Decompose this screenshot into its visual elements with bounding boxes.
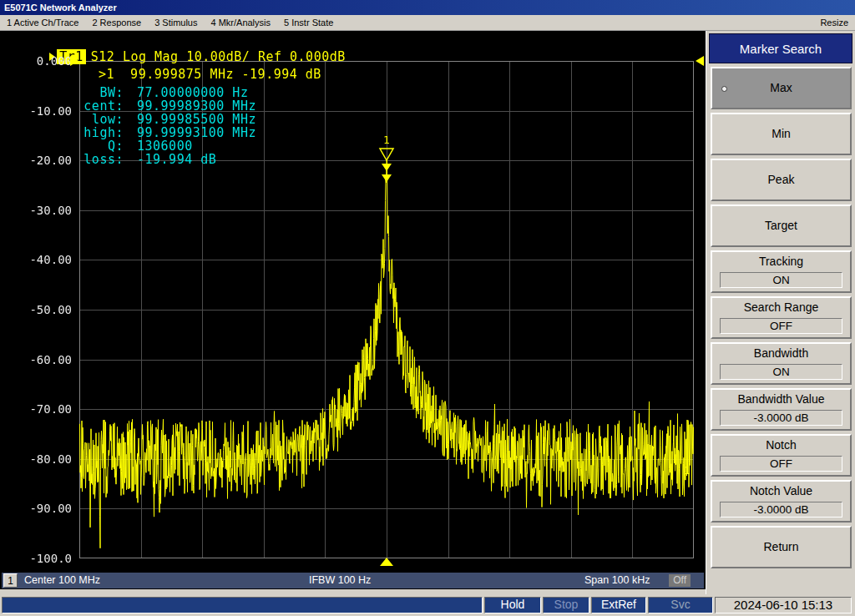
bw-row-label: high: xyxy=(48,126,124,139)
softkey-notch[interactable]: NotchOFF xyxy=(711,434,852,477)
bw-readout-row: low:99.99985500 MHz xyxy=(48,113,256,126)
channel-status-bar: 1 Center 100 MHz IFBW 100 Hz Span 100 kH… xyxy=(2,573,704,588)
softkey-bandwidth-value[interactable]: Bandwidth Value-3.0000 dB xyxy=(711,388,852,431)
softkey-value: -3.0000 dB xyxy=(720,410,842,426)
ref-level-left-arrow-icon xyxy=(70,56,78,66)
bw-row-label: BW: xyxy=(48,86,124,99)
menu-item[interactable]: 1 Active Ch/Trace xyxy=(0,15,85,31)
softkey-label: Return xyxy=(712,528,850,566)
softkey-label: Notch xyxy=(712,436,850,454)
softkey-tracking[interactable]: TrackingON xyxy=(711,250,852,293)
softkey-label: Search Range xyxy=(712,298,850,316)
softkey-value: ON xyxy=(720,364,842,380)
menu-item[interactable]: 4 Mkr/Analysis xyxy=(204,15,277,31)
center-frequency-label: Center 100 MHz xyxy=(24,573,100,588)
bandwidth-readout: BW:77.00000000 Hzcent:99.99989300 MHzlow… xyxy=(48,86,256,166)
title-bar: E5071C Network Analyzer xyxy=(0,0,855,15)
bw-row-value: -19.994 dB xyxy=(137,153,216,166)
marker-1-indicator: 1 xyxy=(367,133,406,188)
marker-1-triangle-icon xyxy=(380,149,393,160)
ref-level-right-arrow-icon xyxy=(696,56,704,66)
bw-row-value: 99.99985500 MHz xyxy=(137,113,256,126)
menu-bar: 1 Active Ch/Trace2 Response3 Stimulus4 M… xyxy=(0,15,855,31)
bw-readout-row: Q:1306000 xyxy=(48,139,256,153)
status-datetime: 2024-06-10 15:13 xyxy=(715,597,852,613)
trace-edge-number: 1 xyxy=(684,464,691,477)
bw-row-label: low: xyxy=(48,113,124,126)
softkey-value: OFF xyxy=(720,318,842,334)
resize-button[interactable]: Resize xyxy=(820,15,848,31)
y-axis-label: -40.00 xyxy=(0,253,72,266)
y-axis-label: -60.00 xyxy=(0,353,72,366)
active-bullet-icon xyxy=(721,86,727,92)
softkey-label: Max xyxy=(712,68,850,107)
softkey-notch-value[interactable]: Notch Value-3.0000 dB xyxy=(711,480,852,523)
bw-row-value: 1306000 xyxy=(137,139,193,153)
status-extref: ExtRef xyxy=(591,597,646,613)
y-axis-label: -30.00 xyxy=(0,204,72,217)
span-label: Span 100 kHz xyxy=(584,573,650,588)
softkey-max[interactable]: Max xyxy=(711,67,852,109)
bw-row-label: loss: xyxy=(48,153,124,166)
averaging-off-badge: Off xyxy=(669,574,691,587)
bw-readout-row: cent:99.99989300 MHz xyxy=(48,99,256,113)
softkey-search-range[interactable]: Search RangeOFF xyxy=(711,296,852,339)
window-title: E5071C Network Analyzer xyxy=(4,3,117,13)
bw-readout-row: loss:-19.994 dB xyxy=(48,153,256,166)
center-stimulus-marker-icon xyxy=(380,558,393,566)
softkey-value: -3.0000 dB xyxy=(720,502,842,518)
bw-readout-row: high:99.99993100 MHz xyxy=(48,126,256,139)
marker-readout: >1 99.999875 MHz -19.994 dB xyxy=(99,67,321,82)
trace-status-line: Tr1S12 Log Mag 10.00dB/ Ref 0.000dB xyxy=(2,34,346,48)
ifbw-label: IFBW 100 Hz xyxy=(309,573,371,588)
softkey-value: ON xyxy=(720,272,842,288)
bw-row-value: 77.00000000 Hz xyxy=(137,86,248,99)
softkey-menu-title: Marker Search xyxy=(709,33,852,63)
softkey-value: OFF xyxy=(720,456,842,472)
y-axis-label: -50.00 xyxy=(0,303,72,316)
bw-row-label: cent: xyxy=(48,99,124,113)
status-svc: Svc xyxy=(648,597,713,613)
softkey-bandwidth[interactable]: BandwidthON xyxy=(711,342,852,385)
menu-item[interactable]: 3 Stimulus xyxy=(148,15,204,31)
bw-row-label: Q: xyxy=(48,139,124,153)
trace-format-text: S12 Log Mag 10.00dB/ Ref 0.000dB xyxy=(91,49,346,64)
menu-item[interactable]: 2 Response xyxy=(85,15,148,31)
status-hold: Hold xyxy=(484,597,541,613)
y-axis-label: -80.00 xyxy=(0,452,72,466)
softkey-label: Peak xyxy=(712,160,850,199)
softkey-peak[interactable]: Peak xyxy=(711,159,852,201)
softkey-label: Target xyxy=(712,206,850,245)
status-stop: Stop xyxy=(543,597,589,613)
app-window: E5071C Network Analyzer 1 Active Ch/Trac… xyxy=(0,0,855,616)
softkey-panel: Marker Search MaxMinPeakTargetTrackingON… xyxy=(706,31,855,594)
softkey-label: Min xyxy=(712,114,850,153)
softkey-target[interactable]: Target xyxy=(711,204,852,247)
bw-readout-row: BW:77.00000000 Hz xyxy=(48,86,256,99)
marker-1-number: 1 xyxy=(383,134,390,146)
bw-low-marker-triangle-icon xyxy=(382,174,392,182)
bw-row-value: 99.99989300 MHz xyxy=(137,99,256,113)
status-message-area xyxy=(2,597,483,613)
softkey-label: Bandwidth xyxy=(712,344,850,362)
y-axis-label: -100.0 xyxy=(0,552,72,565)
softkey-label: Notch Value xyxy=(712,482,850,500)
softkey-label: Tracking xyxy=(712,252,850,270)
softkey-return[interactable]: Return xyxy=(711,526,852,568)
bw-high-marker-triangle-icon xyxy=(382,164,392,171)
system-status-bar: Hold Stop ExtRef Svc 2024-06-10 15:13 xyxy=(0,594,855,616)
y-axis-label: 0.000 xyxy=(0,54,72,68)
menu-bar-items: 1 Active Ch/Trace2 Response3 Stimulus4 M… xyxy=(0,18,340,28)
bw-row-value: 99.99993100 MHz xyxy=(137,126,256,139)
softkey-label: Bandwidth Value xyxy=(712,390,850,408)
plot-area: Tr1S12 Log Mag 10.00dB/ Ref 0.000dB 0.00… xyxy=(0,31,706,589)
y-axis-label: -90.00 xyxy=(0,502,72,515)
channel-number-box: 1 xyxy=(3,573,18,588)
y-axis-label: -70.00 xyxy=(0,402,72,416)
menu-item[interactable]: 5 Instr State xyxy=(277,15,340,31)
softkey-min[interactable]: Min xyxy=(711,113,852,155)
